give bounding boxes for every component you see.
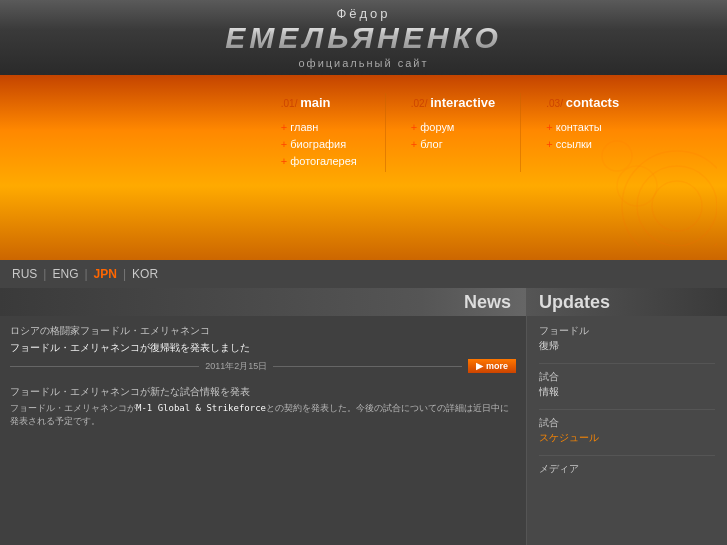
lang-sep-3: | — [123, 267, 126, 281]
nav-item-main-3[interactable]: фотогалерея — [281, 155, 360, 167]
header-subtitle: официальный сайт — [298, 57, 428, 69]
news-title: News — [464, 292, 511, 313]
update-line2-2: 情報 — [539, 385, 715, 399]
nav-columns: .01/ main главн биография фотогалерея .0… — [256, 93, 652, 172]
nav-col-main-title: main — [300, 95, 330, 110]
nav-item-interactive-2[interactable]: блог — [411, 138, 496, 150]
nav-item-main-1[interactable]: главн — [281, 121, 360, 133]
update-line1-3: 試合 — [539, 416, 715, 430]
update-divider-2 — [539, 409, 715, 410]
nav-col-contacts-num: .03/ — [546, 98, 565, 109]
svg-point-0 — [622, 151, 717, 246]
nav-col-interactive-num: .02/ — [411, 98, 430, 109]
nav-col-main-num: .01/ — [281, 98, 300, 109]
news-subheadline-1: フョードル・エメリャネンコが復帰戦を発表しました — [10, 341, 516, 355]
update-line2-3: スケジュール — [539, 431, 715, 445]
nav-col-interactive: .02/ interactive форум блог — [386, 93, 522, 172]
lang-eng[interactable]: ENG — [52, 267, 78, 281]
news-body-2: フョードル・エメリャネンコがM-1 Global & Strikeforceとの… — [10, 402, 516, 427]
news-line-right-1 — [273, 366, 462, 367]
updates-content: フョードル 復帰 試合 情報 試合 スケジュール メディア — [527, 316, 727, 494]
news-headline-2: フョードル・エメリャネンコが新たな試合情報を発表 — [10, 385, 516, 399]
header-name-top: Фёдор — [336, 6, 390, 21]
news-panel: News ロシアの格闘家フョードル・エメリャネンコ フョードル・エメリャネンコが… — [0, 288, 527, 545]
news-item-2: フョードル・エメリャネンコが新たな試合情報を発表 フョードル・エメリャネンコがM… — [10, 385, 516, 427]
svg-point-4 — [602, 141, 632, 171]
updates-title: Updates — [539, 292, 610, 313]
nav-col-main-header: .01/ main — [281, 93, 360, 111]
news-body-highlight: M-1 Global & Strikeforce — [136, 403, 266, 413]
svg-point-1 — [637, 166, 717, 246]
header: Фёдор ЕМЕЛЬЯНЕНКО официальный сайт — [0, 0, 727, 75]
news-item-1: ロシアの格闘家フョードル・エメリャネンコ フョードル・エメリャネンコが復帰戦を発… — [10, 324, 516, 373]
decorative-circles — [597, 126, 717, 250]
lang-sep-2: | — [84, 267, 87, 281]
updates-panel: Updates フョードル 復帰 試合 情報 試合 スケジュール メディア — [527, 288, 727, 545]
header-name-main: ЕМЕЛЬЯНЕНКО — [225, 21, 502, 55]
news-header: News — [0, 288, 526, 316]
nav-section: .01/ main главн биография фотогалерея .0… — [0, 75, 727, 260]
lang-rus[interactable]: RUS — [12, 267, 37, 281]
header-title-wrapper: Фёдор ЕМЕЛЬЯНЕНКО официальный сайт — [225, 6, 502, 69]
lang-jpn[interactable]: JPN — [94, 267, 117, 281]
news-line-left-1 — [10, 366, 199, 367]
updates-header: Updates — [527, 288, 727, 316]
update-line1-4: メディア — [539, 462, 715, 476]
update-line1-1: フョードル — [539, 324, 715, 338]
nav-col-contacts-title: contacts — [566, 95, 619, 110]
more-button-1[interactable]: ▶ more — [468, 359, 516, 373]
news-content: ロシアの格闘家フョードル・エメリャネンコ フョードル・エメリャネンコが復帰戦を発… — [0, 316, 526, 447]
lang-sep-1: | — [43, 267, 46, 281]
nav-col-main: .01/ main главн биография фотогалерея — [256, 93, 386, 172]
content-area: News ロシアの格闘家フョードル・エメリャネンコ フョードル・エメリャネンコが… — [0, 288, 727, 545]
lang-bar: RUS | ENG | JPN | KOR — [0, 260, 727, 288]
update-item-4: メディア — [539, 462, 715, 476]
update-line2-1: 復帰 — [539, 339, 715, 353]
update-item-1: フョードル 復帰 — [539, 324, 715, 353]
nav-col-interactive-title: interactive — [430, 95, 495, 110]
update-divider-1 — [539, 363, 715, 364]
nav-col-interactive-header: .02/ interactive — [411, 93, 496, 111]
lang-kor[interactable]: KOR — [132, 267, 158, 281]
update-item-2: 試合 情報 — [539, 370, 715, 399]
news-date-1: 2011年2月15日 — [205, 360, 267, 373]
news-headline-1: ロシアの格闘家フョードル・エメリャネンコ — [10, 324, 516, 338]
news-meta-1: 2011年2月15日 ▶ more — [10, 359, 516, 373]
nav-col-contacts-header: .03/ contacts — [546, 93, 626, 111]
nav-item-main-2[interactable]: биография — [281, 138, 360, 150]
update-line1-2: 試合 — [539, 370, 715, 384]
update-item-3: 試合 スケジュール — [539, 416, 715, 445]
update-divider-3 — [539, 455, 715, 456]
svg-point-2 — [652, 181, 702, 231]
nav-item-interactive-1[interactable]: форум — [411, 121, 496, 133]
